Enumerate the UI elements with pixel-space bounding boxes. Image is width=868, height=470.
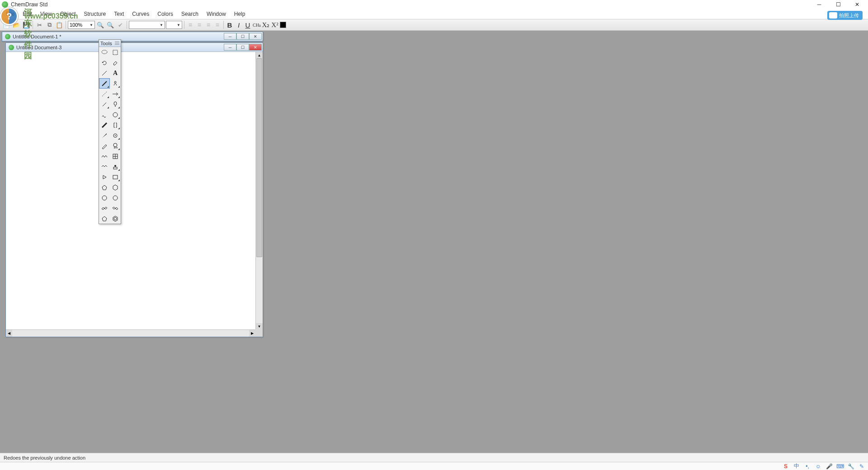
rotate-tool-icon[interactable] — [99, 57, 110, 68]
scroll-right-arrow-icon[interactable]: ▶ — [249, 330, 255, 337]
solid-bond-tool-icon[interactable] — [99, 78, 110, 89]
cyclopentane-tool-icon[interactable] — [99, 182, 110, 193]
close-button[interactable]: ✕ — [852, 1, 863, 8]
wavy-bond-tool-icon[interactable] — [99, 109, 110, 120]
menu-colors[interactable]: Colors — [154, 10, 176, 18]
scroll-left-arrow-icon[interactable]: ◀ — [6, 330, 12, 337]
doc-maximize-button[interactable]: ☐ — [236, 44, 249, 51]
zoom-out-icon[interactable]: 🔍 — [106, 20, 115, 29]
marquee-tool-icon[interactable] — [110, 47, 121, 57]
cyclohexane-tool-icon[interactable] — [110, 182, 121, 193]
dashed-bond-tool-icon[interactable] — [99, 89, 110, 99]
scroll-down-arrow-icon[interactable]: ▼ — [256, 323, 263, 329]
tools-palette[interactable]: Tools A — [99, 39, 121, 224]
rect-tool-icon[interactable] — [110, 172, 121, 182]
italic-button[interactable]: I — [235, 21, 243, 29]
menu-structure[interactable]: Structure — [81, 10, 109, 18]
scroll-thumb[interactable] — [256, 58, 262, 257]
doc-minimize-button[interactable]: ─ — [224, 44, 236, 51]
ime-emoji-icon[interactable]: ☺ — [815, 463, 822, 470]
wedge-bond-tool-icon[interactable] — [99, 130, 110, 141]
document-window-3[interactable]: Untitled Document-3 ─ ☐ ✕ ▲ ▼ ◀ ▶ — [5, 42, 263, 337]
zoom-combo[interactable]: 100% ▼ — [68, 21, 95, 29]
horizontal-scrollbar[interactable]: ◀ ▶ — [6, 329, 255, 337]
zoom-in-icon[interactable]: 🔍 — [96, 20, 105, 29]
sogou-ime-icon[interactable]: S — [782, 463, 789, 470]
maximize-button[interactable]: ☐ — [833, 1, 844, 8]
bold-button[interactable]: B — [226, 21, 234, 29]
ime-settings-icon[interactable]: 🔧 — [847, 463, 854, 470]
check-icon[interactable]: ✔ — [116, 20, 125, 29]
document-canvas[interactable] — [6, 52, 263, 337]
bracket-tool-icon[interactable] — [110, 120, 121, 130]
color-swatch[interactable] — [280, 22, 286, 28]
cyclopentadiene-tool-icon[interactable] — [99, 213, 110, 224]
fontsize-combo[interactable]: ▼ — [166, 21, 182, 29]
align-right-icon[interactable]: ≡ — [204, 21, 212, 29]
doc-minimize-button[interactable]: ─ — [224, 33, 236, 40]
tools-palette-header[interactable]: Tools — [99, 40, 121, 47]
acyclic-chain-tool-icon[interactable] — [99, 161, 110, 172]
circle-tool-icon[interactable] — [110, 109, 121, 120]
cyclopropane-tool-icon[interactable] — [99, 193, 110, 203]
chain-tool-icon[interactable] — [99, 151, 110, 161]
arrow-tool-icon[interactable] — [110, 89, 121, 99]
svg-line-5 — [102, 92, 107, 96]
eraser-tool-icon[interactable] — [110, 57, 121, 68]
pen-tool-icon[interactable] — [99, 141, 110, 151]
menu-object[interactable]: Object — [57, 10, 79, 18]
ime-keyboard-icon[interactable]: ⌨ — [836, 463, 844, 470]
superscript-button[interactable]: X² — [271, 21, 279, 29]
scroll-up-arrow-icon[interactable]: ▲ — [256, 52, 263, 58]
paste-icon[interactable]: 📋 — [55, 20, 64, 29]
open-icon[interactable]: 📂 — [12, 20, 21, 29]
doc-close-button[interactable]: ✕ — [249, 33, 262, 40]
ime-language-icon[interactable]: 中 — [793, 463, 800, 470]
bold-line-tool-icon[interactable] — [99, 120, 110, 130]
copy-icon[interactable]: ⧉ — [45, 20, 54, 29]
doc-close-button[interactable]: ✕ — [249, 44, 262, 51]
menu-curves[interactable]: Curves — [129, 10, 152, 18]
menu-file[interactable]: File — [3, 10, 18, 18]
minimize-button[interactable]: ─ — [814, 1, 825, 8]
line-tool-icon[interactable] — [99, 68, 110, 78]
resize-grip[interactable] — [255, 329, 263, 337]
hash-bond-tool-icon[interactable] — [99, 99, 110, 109]
font-combo[interactable]: ▼ — [129, 21, 165, 29]
radical-tool-icon[interactable] — [110, 130, 121, 141]
align-center-icon[interactable]: ≡ — [195, 21, 203, 29]
chair1-tool-icon[interactable] — [99, 203, 110, 213]
ime-skin-icon[interactable]: ✎ — [858, 463, 865, 470]
vertical-scrollbar[interactable]: ▲ ▼ — [255, 52, 263, 329]
benzene-tool-icon[interactable] — [110, 213, 121, 224]
upload-button[interactable]: 拍照上传 — [827, 11, 863, 20]
menu-view[interactable]: View — [37, 10, 55, 18]
underline-button[interactable]: U — [244, 21, 252, 29]
menu-text[interactable]: Text — [111, 10, 127, 18]
template-tool-icon[interactable] — [110, 161, 121, 172]
atom-label-tool-icon[interactable]: R'H — [110, 141, 121, 151]
align-justify-icon[interactable]: ≡ — [213, 21, 222, 29]
multibond-tool-icon[interactable] — [110, 78, 121, 89]
menu-edit[interactable]: Edit — [19, 10, 35, 18]
chair2-tool-icon[interactable] — [110, 203, 121, 213]
lasso-tool-icon[interactable] — [99, 47, 110, 57]
save-icon[interactable]: 💾 — [22, 20, 31, 29]
subscript-button[interactable]: X₂ — [262, 21, 270, 29]
table-tool-icon[interactable] — [110, 151, 121, 161]
formula-button[interactable]: CH₂ — [253, 21, 261, 29]
document-window-1[interactable]: Untitled Document-1 * ─ ☐ ✕ — [2, 32, 263, 42]
new-doc-icon[interactable]: 📄 — [2, 20, 11, 29]
doc-maximize-button[interactable]: ☐ — [236, 33, 249, 40]
cyclobutane-tool-icon[interactable] — [110, 193, 121, 203]
menu-window[interactable]: Window — [203, 10, 229, 18]
cut-icon[interactable]: ✂ — [35, 20, 44, 29]
menu-search[interactable]: Search — [178, 10, 202, 18]
menu-help[interactable]: Help — [231, 10, 249, 18]
ime-punct-icon[interactable]: •, — [804, 463, 811, 470]
text-tool-icon[interactable]: A — [110, 68, 121, 78]
play-tool-icon[interactable] — [99, 172, 110, 182]
ime-mic-icon[interactable]: 🎤 — [826, 463, 833, 470]
align-left-icon[interactable]: ≡ — [186, 21, 194, 29]
orbital-tool-icon[interactable] — [110, 99, 121, 109]
